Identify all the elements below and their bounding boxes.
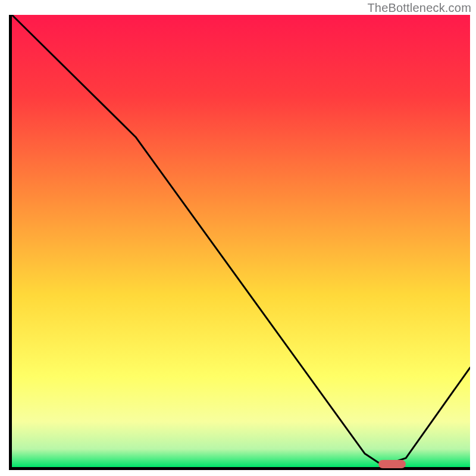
optimal-range-marker xyxy=(378,460,406,468)
plot-area xyxy=(9,15,470,470)
bottleneck-chart: TheBottleneck.com xyxy=(0,0,476,476)
svg-rect-0 xyxy=(12,15,470,467)
gradient-background xyxy=(12,15,470,467)
watermark-text: TheBottleneck.com xyxy=(367,1,471,15)
